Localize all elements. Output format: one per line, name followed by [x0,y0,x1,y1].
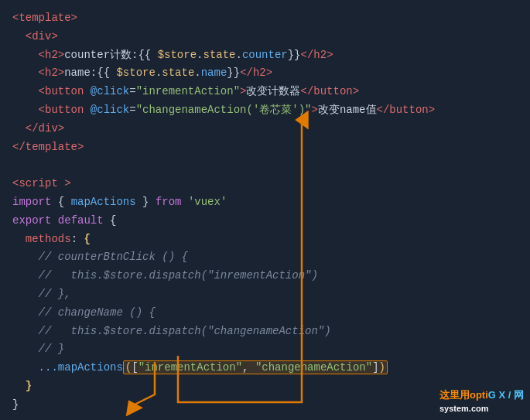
code-line-17: // changeName () { [12,304,518,323]
code-line-7: </div> [12,120,518,138]
code-line-3: <h2>counter计数:{{ $store.state.counter}}<… [12,46,518,65]
code-line-19: // } [12,340,518,359]
watermark-url: system.com [439,404,489,413]
code-line-10: <script > [12,175,518,193]
code-line-16: // }, [12,285,518,304]
code-line-18: // this.$store.dispatch("changenameActio… [12,323,518,341]
code-line-9 [12,156,518,175]
watermark-text1: 这里用opti [439,389,488,401]
code-line-11: import { mapActions } from 'vuex' [12,193,518,212]
watermark-brand: G X / 网 [488,389,524,401]
code-line-1: <template> [12,9,518,28]
code-line-15: // this.$store.dispatch("inrementAction"… [12,267,518,285]
code-line-5: <button @click="inrementAction">改变计数器</b… [12,83,518,101]
code-line-12: export default { [12,212,518,230]
code-editor: <template> <div> <h2>counter计数:{{ $store… [0,0,530,420]
watermark: 这里用optiG X / 网 system.com [439,388,524,414]
code-line-6: <button @click="changenameAction('卷芯菜')"… [12,101,518,120]
code-line-13: methods: { [12,230,518,249]
code-line-2: <div> [12,28,518,46]
code-line-4: <h2>name:{{ $store.state.name}}</h2> [12,64,518,83]
code-line-8: </template> [12,138,518,157]
code-line-20: ...mapActions(["inrementAction", "change… [12,359,518,377]
code-line-14: // counterBtnClick () { [12,248,518,267]
